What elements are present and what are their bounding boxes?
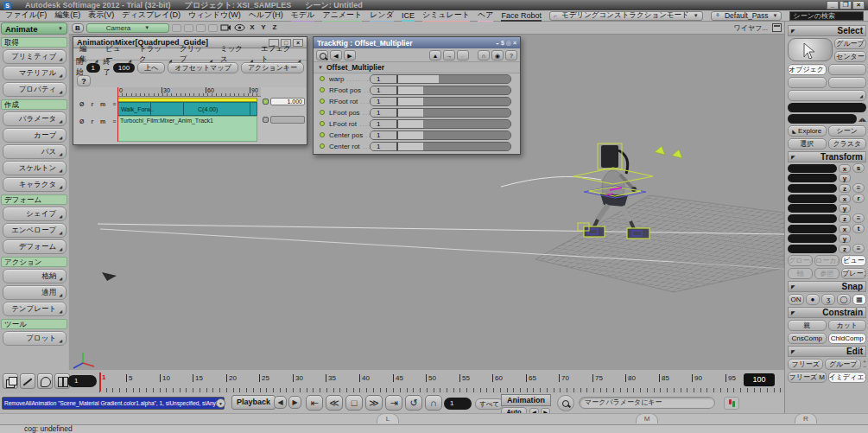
translate-x-field[interactable] — [788, 225, 837, 233]
section-header-action[interactable]: アクション — [1, 257, 67, 267]
object-filter-button[interactable]: オブジェクト — [788, 64, 827, 75]
scene-search-input[interactable] — [789, 11, 864, 21]
playback-menu-button[interactable]: Playback — [231, 395, 276, 410]
offset-multiplier-section[interactable]: ▼Offset_Multiplier — [314, 62, 520, 73]
menu-window[interactable]: ウィンドウ(W) — [188, 10, 241, 22]
key-finder-icon[interactable] — [557, 395, 574, 411]
camera-dropdown[interactable]: Camera▼ — [86, 23, 169, 33]
scale-x-field[interactable] — [788, 164, 837, 173]
start-frame-field[interactable]: 1 — [86, 63, 101, 73]
scene-button[interactable]: シーン — [828, 125, 867, 137]
sidebar-item-path[interactable]: パス◢ — [3, 144, 67, 159]
restore-button[interactable]: ❐ — [839, 1, 852, 10]
translate-y-axis-button[interactable]: y — [839, 234, 851, 243]
current-frame-field[interactable]: 1 — [67, 375, 97, 387]
update-icon[interactable]: ∩ — [478, 50, 490, 60]
edit-section-header[interactable]: ◤Edit — [788, 346, 866, 357]
nav-forward-button[interactable]: ▶ — [344, 50, 356, 60]
animation-led-icon[interactable] — [320, 76, 325, 81]
eye-icon[interactable] — [234, 23, 245, 32]
x-axis-button[interactable]: X — [248, 23, 257, 32]
sidebar-item-curve[interactable]: カーブ◢ — [3, 128, 67, 143]
constrain-cut-button[interactable]: カット — [828, 320, 867, 331]
sidebar-item-skeleton[interactable]: スケルトン◢ — [3, 161, 67, 175]
mixer-help-button[interactable]: ? — [77, 75, 91, 86]
section-header-get[interactable]: 取得 — [1, 37, 67, 48]
minimize-button[interactable]: _ — [827, 1, 839, 10]
scale-tool-button[interactable]: s — [852, 163, 865, 173]
play-button[interactable]: ≫ — [365, 395, 383, 411]
select-section-header[interactable]: ◤Select — [788, 25, 866, 36]
command-line[interactable]: RemoveAllAnimation "Scene_Material Gradi… — [2, 397, 225, 410]
minus-icon[interactable]: − — [863, 365, 866, 370]
sidebar-item-envelope[interactable]: エンベロープ◢ — [3, 223, 67, 238]
track1-weight-field[interactable]: 1.000 — [270, 98, 305, 105]
script-editor-icon[interactable] — [20, 373, 35, 389]
menu-file[interactable]: ファイル(F) — [5, 10, 47, 22]
axis-mode-button[interactable]: 軸 — [788, 268, 813, 279]
animation-led-icon[interactable] — [320, 87, 325, 92]
param-value[interactable]: 1 — [371, 75, 398, 83]
recycle-icon[interactable]: ◎ — [506, 40, 511, 47]
scale-z-axis-button[interactable]: z — [839, 184, 851, 193]
z-axis-button[interactable]: Z — [270, 23, 279, 32]
menu-ice[interactable]: ICE — [402, 11, 415, 21]
close-button[interactable]: × — [852, 1, 865, 10]
keyable-icon[interactable]: $ — [501, 40, 504, 47]
sidebar-item-store[interactable]: 格納◢ — [3, 269, 67, 283]
param-value[interactable]: 1 — [371, 109, 398, 117]
rotate-tool-button[interactable]: r — [852, 194, 865, 203]
param-value[interactable]: 1 — [371, 131, 398, 139]
constrain-section-header[interactable]: ◤Constrain — [788, 307, 866, 318]
param-value[interactable]: 1 — [371, 120, 398, 128]
warp-slider[interactable]: 1 — [370, 74, 511, 84]
timeline-playhead[interactable] — [99, 373, 101, 392]
rotate-options-button[interactable]: ≡ — [852, 213, 865, 223]
freeze-m-button[interactable]: フリーズ M — [788, 372, 827, 383]
walk-clip[interactable]: Walk_Forw.. C(4.00) — [117, 102, 257, 116]
rfoot-pos-slider[interactable]: 1 — [370, 86, 511, 95]
group-button[interactable]: グループ — [834, 38, 866, 49]
sidebar-item-plot[interactable]: プロット◢ — [3, 331, 67, 346]
memo-cam-button[interactable] — [196, 24, 206, 32]
translate-options-button[interactable]: ≡ — [852, 244, 865, 253]
constrain-parent-button[interactable]: 親 — [788, 320, 827, 331]
freeze-button[interactable]: フリーズ — [788, 359, 823, 370]
view-mode-button[interactable]: ビュー — [841, 255, 866, 266]
filter-button-empty[interactable] — [828, 64, 867, 75]
mixer-menu-track[interactable]: トラック◢ — [139, 44, 172, 65]
playback-frame-field[interactable]: 1 — [444, 398, 472, 410]
offset-map-button[interactable]: オフセットマップ — [168, 62, 238, 73]
display-mode-dropdown[interactable]: ワイヤフ... — [734, 23, 768, 33]
selection-display-field[interactable] — [788, 103, 866, 112]
rotate-x-axis-button[interactable]: x — [839, 194, 851, 203]
translate-tool-button[interactable]: t — [852, 224, 865, 233]
command-dropdown-icon[interactable]: ▼ — [216, 398, 225, 408]
focus-icon[interactable]: ◉ — [491, 50, 504, 60]
rotate-y-field[interactable] — [788, 204, 837, 213]
animation-mixer-window[interactable]: AnimationMixer[Quadruped_Guide] _ □ × 編集… — [73, 36, 307, 145]
snap-point-button[interactable]: ● — [806, 294, 820, 305]
animation-led-icon[interactable] — [320, 110, 325, 115]
snap-section-header[interactable]: ◤Snap — [788, 281, 866, 292]
menu-hair[interactable]: ヘア — [478, 10, 493, 22]
rotate-x-field[interactable] — [788, 194, 837, 203]
rfoot-rot-slider[interactable]: 1 — [370, 97, 511, 106]
chld-comp-button[interactable]: ChldComp — [828, 333, 867, 344]
menu-render[interactable]: レンダ — [370, 10, 394, 22]
trackrig-title-bar[interactable]: TrackRig : Offset_Multiplier ◒ $ ◎ × — [314, 37, 520, 48]
mixer-menu-mix[interactable]: ミックス◢ — [220, 44, 253, 65]
select-tool-button[interactable] — [788, 38, 833, 61]
pass-dropdown[interactable]: ⚘Default_Pass▼ — [711, 11, 782, 21]
go-to-start-button[interactable]: ⇤ — [306, 395, 323, 411]
sidebar-item-template[interactable]: テンプレート◢ — [3, 302, 67, 316]
step-back-button[interactable]: ◀ — [274, 396, 287, 409]
sidebar-item-property[interactable]: プロパティ◢ — [3, 82, 67, 97]
menu-simulate[interactable]: シミュレート — [422, 10, 470, 22]
menu-model[interactable]: モデル — [291, 10, 315, 22]
sidebar-item-deform[interactable]: デフォーム◢ — [3, 239, 67, 254]
anim-track2[interactable]: Turbochi_Film:Mixer_Anim_Track1 — [117, 116, 257, 142]
move-left-button[interactable]: ← — [457, 50, 469, 60]
translate-z-axis-button[interactable]: z — [839, 245, 851, 253]
sidebar-item-apply[interactable]: 適用◢ — [3, 285, 67, 300]
